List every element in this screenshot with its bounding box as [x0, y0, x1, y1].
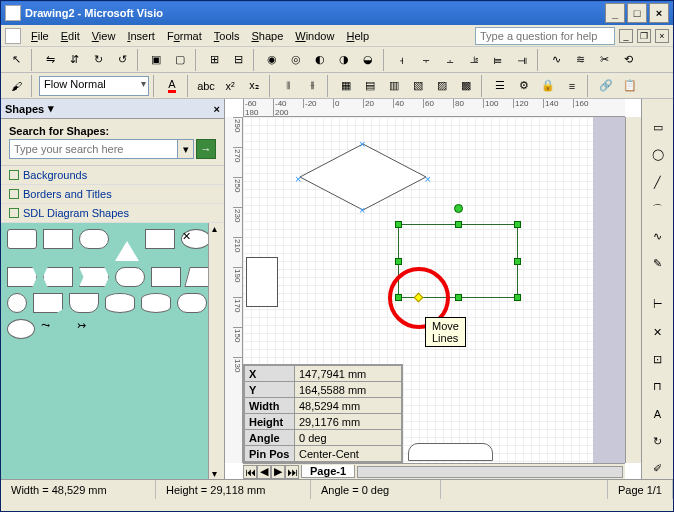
- maximize-button[interactable]: □: [627, 3, 647, 23]
- connection-points-icon[interactable]: ▨: [431, 75, 453, 97]
- ink-tool-icon[interactable]: ✐: [647, 458, 669, 479]
- distribute-v-icon[interactable]: ⫵: [301, 75, 323, 97]
- stencil-borders[interactable]: Borders and Titles: [1, 185, 224, 204]
- shape-rect[interactable]: [43, 229, 73, 249]
- align-middle-icon[interactable]: ⫢: [487, 49, 509, 71]
- shape-decision[interactable]: × × × ×: [298, 142, 428, 212]
- rectangle-tool-icon[interactable]: ▭: [647, 117, 669, 138]
- menu-window[interactable]: Window: [289, 28, 340, 44]
- update-align-icon[interactable]: ⟲: [617, 49, 639, 71]
- bring-front-icon[interactable]: ▣: [145, 49, 167, 71]
- doc-close-button[interactable]: ×: [655, 29, 669, 43]
- trim-icon[interactable]: ✂: [593, 49, 615, 71]
- ungroup-icon[interactable]: ⊟: [227, 49, 249, 71]
- glue-icon[interactable]: ▧: [407, 75, 429, 97]
- shape-connector[interactable]: ⤳: [41, 319, 71, 339]
- connector-tool-icon[interactable]: ⊢: [647, 294, 669, 315]
- stencil-backgrounds[interactable]: Backgrounds: [1, 166, 224, 185]
- intersect-icon[interactable]: ◑: [333, 49, 355, 71]
- sp-value-angle[interactable]: 0 deg: [295, 430, 402, 446]
- rotation-handle[interactable]: [454, 204, 463, 213]
- custom-props-icon[interactable]: ≡: [561, 75, 583, 97]
- resize-handle-n[interactable]: [455, 221, 462, 228]
- sp-value-width[interactable]: 48,5294 mm: [295, 398, 402, 414]
- guides-icon[interactable]: ▤: [359, 75, 381, 97]
- vertical-scrollbar[interactable]: [625, 117, 641, 463]
- palette-scrollbar[interactable]: [208, 223, 224, 479]
- shape-dynamic-connector[interactable]: ↣: [77, 319, 107, 339]
- pointer-tool-icon[interactable]: ↖: [5, 49, 27, 71]
- distribute-h-icon[interactable]: ⫴: [277, 75, 299, 97]
- stencil-sdl[interactable]: SDL Diagram Shapes: [1, 204, 224, 223]
- shape-process[interactable]: [7, 229, 37, 249]
- rotate-right-icon[interactable]: ↻: [87, 49, 109, 71]
- shape-rounded-bottom[interactable]: [408, 443, 493, 461]
- text-block-tool-icon[interactable]: A: [647, 403, 669, 424]
- snap-icon[interactable]: ▥: [383, 75, 405, 97]
- shapes-dropdown-icon[interactable]: ▾: [48, 102, 54, 115]
- menu-view[interactable]: View: [86, 28, 122, 44]
- shape-ellipse[interactable]: [7, 319, 35, 339]
- sp-value-height[interactable]: 29,1176 mm: [295, 414, 402, 430]
- superscript-icon[interactable]: x²: [219, 75, 241, 97]
- shape-cylinder[interactable]: [105, 293, 135, 313]
- size-position-window[interactable]: Size & Positi... X147,7941 mm Y164,5588 …: [243, 364, 403, 463]
- doc-minimize-button[interactable]: _: [619, 29, 633, 43]
- line-tool-icon[interactable]: ╱: [647, 172, 669, 193]
- tab-next-icon[interactable]: ▶: [271, 465, 285, 479]
- fit-curve-icon[interactable]: ∿: [545, 49, 567, 71]
- grid-icon[interactable]: ▦: [335, 75, 357, 97]
- format-painter-icon[interactable]: 🖌: [5, 75, 27, 97]
- flip-v-icon[interactable]: ⇵: [63, 49, 85, 71]
- align-bottom-icon[interactable]: ⫣: [511, 49, 533, 71]
- help-search-input[interactable]: [475, 27, 615, 45]
- resize-handle-s[interactable]: [455, 294, 462, 301]
- freeform-tool-icon[interactable]: ∿: [647, 226, 669, 247]
- fill-color-icon[interactable]: A: [161, 75, 183, 97]
- subscript-icon[interactable]: x₂: [243, 75, 265, 97]
- align-center-icon[interactable]: ⫟: [415, 49, 437, 71]
- doc-restore-button[interactable]: ❐: [637, 29, 651, 43]
- shape-terminator[interactable]: [79, 229, 109, 249]
- stamp-tool-icon[interactable]: ⊓: [647, 376, 669, 397]
- send-back-icon[interactable]: ▢: [169, 49, 191, 71]
- align-top-icon[interactable]: ⫡: [463, 49, 485, 71]
- shape-disk[interactable]: [141, 293, 171, 313]
- rotate-tool-icon[interactable]: ↻: [647, 430, 669, 451]
- minimize-button[interactable]: _: [605, 3, 625, 23]
- fragment-icon[interactable]: ◐: [309, 49, 331, 71]
- resize-handle-e[interactable]: [514, 258, 521, 265]
- ellipse-tool-icon[interactable]: ◯: [647, 144, 669, 165]
- close-button[interactable]: ×: [649, 3, 669, 23]
- shape-rounded[interactable]: [115, 267, 145, 287]
- crop-tool-icon[interactable]: ⊡: [647, 349, 669, 370]
- tab-first-icon[interactable]: ⏮: [243, 465, 257, 479]
- shape-small-rect[interactable]: [246, 257, 278, 307]
- resize-handle-w[interactable]: [395, 258, 402, 265]
- page-tab[interactable]: Page-1: [301, 465, 355, 478]
- shape-note[interactable]: [33, 293, 63, 313]
- shape-doc[interactable]: [69, 293, 99, 313]
- menu-format[interactable]: Format: [161, 28, 208, 44]
- connection-point-tool-icon[interactable]: ✕: [647, 321, 669, 342]
- menu-tools[interactable]: Tools: [208, 28, 246, 44]
- sp-value-x[interactable]: 147,7941 mm: [295, 366, 402, 382]
- ruler-horizontal[interactable]: -60-40-20020406080100120140160180200: [243, 99, 625, 117]
- shape-pill[interactable]: [177, 293, 207, 313]
- offset-icon[interactable]: ≋: [569, 49, 591, 71]
- shape-tag[interactable]: [7, 267, 37, 287]
- resize-handle-se[interactable]: [514, 294, 521, 301]
- group-icon[interactable]: ⊞: [203, 49, 225, 71]
- align-left-icon[interactable]: ⫞: [391, 49, 413, 71]
- union-icon[interactable]: ◉: [261, 49, 283, 71]
- menu-help[interactable]: Help: [340, 28, 375, 44]
- canvas[interactable]: × × × × MoveLines: [243, 117, 625, 463]
- resize-handle-nw[interactable]: [395, 221, 402, 228]
- shape-chevron[interactable]: [79, 267, 109, 287]
- menu-insert[interactable]: Insert: [121, 28, 161, 44]
- horizontal-scrollbar[interactable]: [357, 466, 623, 478]
- shape-rect2[interactable]: [145, 229, 175, 249]
- resize-handle-ne[interactable]: [514, 221, 521, 228]
- shape-circle[interactable]: [7, 293, 27, 313]
- sp-value-y[interactable]: 164,5588 mm: [295, 382, 402, 398]
